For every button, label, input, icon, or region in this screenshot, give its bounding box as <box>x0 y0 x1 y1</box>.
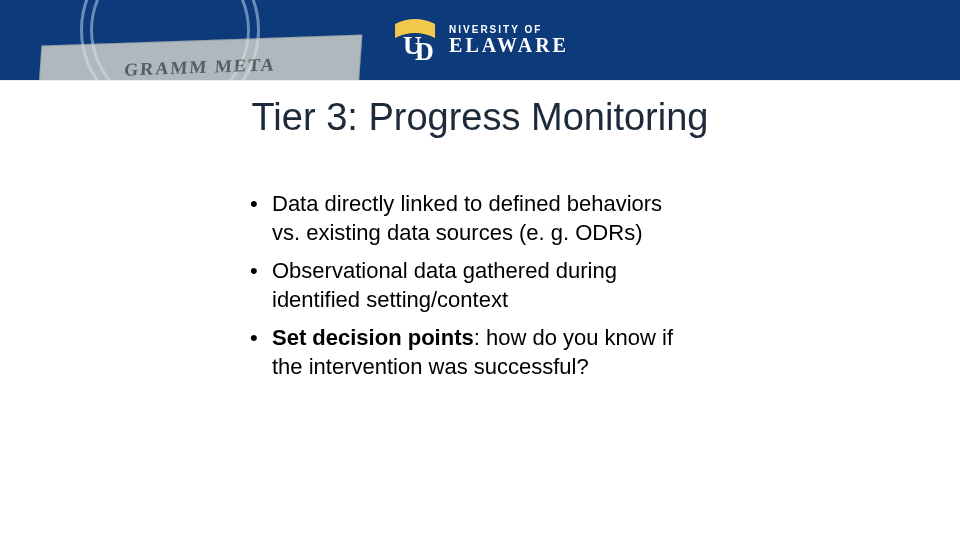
bullet-bold: Set decision points <box>272 325 474 350</box>
bullet-list: Data directly linked to defined behavior… <box>250 190 690 382</box>
slide: GRAMM META U D NIVERSITY OF ELAWARE Tier… <box>0 0 960 540</box>
university-logo: U D NIVERSITY OF ELAWARE <box>391 16 569 64</box>
header-bar: GRAMM META U D NIVERSITY OF ELAWARE <box>0 0 960 80</box>
bullet-text: Data directly linked to defined behavior… <box>272 191 662 245</box>
list-item: Data directly linked to defined behavior… <box>250 190 690 247</box>
list-item: Observational data gathered during ident… <box>250 257 690 314</box>
list-item: Set decision points: how do you know if … <box>250 324 690 381</box>
ribbon-text: GRAMM META <box>123 54 276 80</box>
logo-mark-icon: U D <box>391 16 439 64</box>
logo-line2: ELAWARE <box>449 35 569 55</box>
svg-text:D: D <box>415 37 434 64</box>
logo-text: NIVERSITY OF ELAWARE <box>449 25 569 55</box>
slide-title: Tier 3: Progress Monitoring <box>0 96 960 139</box>
bullet-text: Observational data gathered during ident… <box>272 258 617 312</box>
slide-body: Data directly linked to defined behavior… <box>250 190 690 392</box>
header-divider <box>0 80 960 81</box>
